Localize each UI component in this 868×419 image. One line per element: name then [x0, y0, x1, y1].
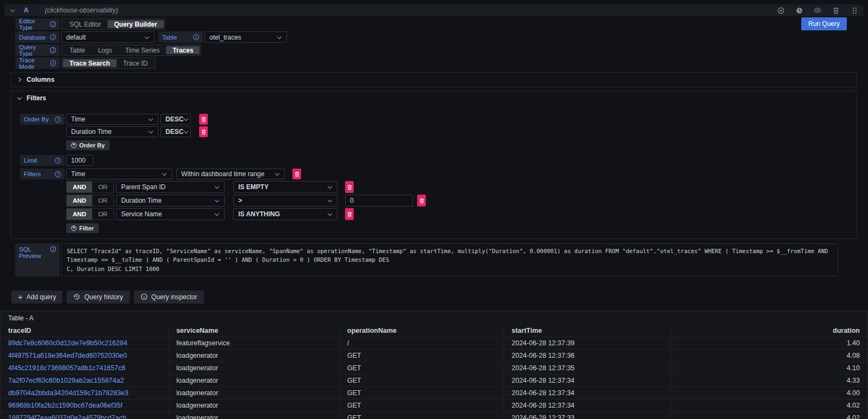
- query-type-traces[interactable]: Traces: [166, 46, 200, 54]
- chevron-down-icon: [17, 95, 22, 101]
- query-history-button[interactable]: Query history: [67, 291, 129, 304]
- and-or-toggle: AND OR: [66, 181, 114, 193]
- column-header-operationname[interactable]: operationName: [340, 325, 504, 337]
- add-query-button[interactable]: Add query: [11, 291, 62, 304]
- table-label: Table: [158, 31, 203, 43]
- column-header-servicename[interactable]: serviceName: [169, 325, 340, 337]
- chevron-down-icon[interactable]: [10, 8, 15, 13]
- service-name-cell: loadgenerator: [169, 399, 340, 411]
- chevron-down-icon: [327, 211, 333, 217]
- chevron-down-icon: [144, 35, 150, 40]
- info-icon[interactable]: [50, 246, 56, 252]
- eye-icon[interactable]: [814, 7, 821, 14]
- filter-operator-select[interactable]: Within dashboard time range: [176, 169, 285, 179]
- query-type-time-series[interactable]: Time Series: [119, 46, 167, 54]
- query-builder-option[interactable]: Query Builder: [107, 20, 163, 28]
- chevron-down-icon: [183, 117, 189, 122]
- delete-filter-button[interactable]: [345, 208, 354, 220]
- order-by-direction-select[interactable]: DESC: [161, 126, 191, 137]
- sql-editor-option[interactable]: SQL Editor: [63, 20, 107, 28]
- duration-cell: 4.02: [672, 412, 867, 419]
- info-icon[interactable]: [55, 158, 61, 164]
- limit-input[interactable]: [66, 155, 93, 166]
- filter-time-row: Filters Time Within dashboard time range: [20, 169, 850, 179]
- query-builder-form: Editor Type SQL Editor Query Builder Dat…: [4, 16, 864, 69]
- drag-handle-icon[interactable]: [851, 7, 858, 14]
- trace-id-link[interactable]: 89dc7e8c6060c0d12de7e9b50c216284: [1, 337, 169, 349]
- operation-name-cell: GET: [340, 350, 504, 362]
- trash-icon[interactable]: [832, 7, 840, 14]
- column-header-starttime[interactable]: startTime: [504, 325, 672, 337]
- query-inspector-button[interactable]: Query inspector: [134, 291, 204, 304]
- table-body: 89dc7e8c6060c0d12de7e9b50c216284 feature…: [1, 337, 867, 419]
- info-icon[interactable]: [55, 171, 61, 177]
- delete-order-by-button[interactable]: [199, 114, 208, 125]
- add-order-by-button[interactable]: Order By: [66, 140, 110, 150]
- start-time-cell: 2024-06-28 12:37:34: [504, 399, 672, 411]
- table-select[interactable]: otel_traces: [205, 31, 287, 43]
- info-icon[interactable]: [193, 34, 199, 40]
- filter-operator-select[interactable]: IS ANYTHING: [233, 208, 337, 220]
- delete-filter-button[interactable]: [417, 195, 426, 207]
- delete-order-by-button[interactable]: [199, 126, 208, 137]
- database-label: Database: [15, 31, 60, 43]
- info-icon[interactable]: [50, 21, 56, 27]
- and-option[interactable]: AND: [67, 195, 92, 206]
- trace-id-link[interactable]: db9704a2bbda34204d159c71b78283e3: [1, 387, 169, 399]
- trace-id-option[interactable]: Trace ID: [117, 59, 155, 67]
- filter-field-select[interactable]: Time: [66, 169, 172, 179]
- info-icon[interactable]: [50, 34, 56, 40]
- filter-operator-select[interactable]: >: [233, 195, 337, 207]
- info-icon[interactable]: [50, 47, 56, 53]
- record-icon[interactable]: [777, 7, 784, 14]
- filters-section-header[interactable]: Filters: [11, 91, 857, 105]
- service-name-cell: loadgenerator: [169, 375, 340, 386]
- filter-field-select[interactable]: Duration Time: [116, 195, 225, 207]
- filter-value-input[interactable]: [345, 195, 413, 207]
- column-header-duration[interactable]: duration: [672, 325, 867, 337]
- delete-filter-button[interactable]: [345, 181, 354, 193]
- database-select[interactable]: default: [61, 31, 155, 43]
- field-label: Database: [19, 34, 46, 41]
- chevron-down-icon: [277, 35, 282, 40]
- and-option[interactable]: AND: [67, 209, 92, 220]
- limit-label: Limit: [20, 155, 65, 166]
- or-option[interactable]: OR: [92, 209, 113, 220]
- filter-operator-select[interactable]: IS EMPTY: [233, 181, 337, 193]
- delete-filter-button[interactable]: [292, 169, 301, 179]
- select-value: >: [238, 197, 242, 204]
- filter-field-select[interactable]: Parent Span ID: [116, 181, 225, 193]
- info-icon[interactable]: [50, 60, 56, 66]
- field-label: Filters: [24, 171, 41, 177]
- select-value: Within dashboard time range: [181, 170, 264, 178]
- trace-id-link[interactable]: 7a2f07ecf63c60b1029ab2ac155874a2: [1, 375, 169, 386]
- order-by-direction-select[interactable]: DESC: [161, 114, 191, 125]
- query-type-table[interactable]: Table: [63, 46, 92, 54]
- filters-label: Filters: [20, 169, 65, 179]
- order-by-field-select[interactable]: Time: [66, 114, 158, 125]
- trace-id-link[interactable]: 4f45c21918c73698057a8b1c741657c6: [1, 362, 169, 374]
- query-row-header[interactable]: A (clickhouse-observability): [4, 4, 864, 16]
- info-icon[interactable]: [55, 117, 61, 123]
- query-type-logs[interactable]: Logs: [92, 46, 119, 54]
- columns-section-header[interactable]: Columns: [11, 73, 857, 87]
- or-option[interactable]: OR: [92, 195, 113, 206]
- add-filter-button[interactable]: Filter: [66, 223, 99, 233]
- filter-field-select[interactable]: Service Name: [116, 208, 225, 220]
- chevron-down-icon: [214, 198, 220, 203]
- panel-title: Table - A: [1, 311, 867, 325]
- trace-id-link[interactable]: 4f497571a618e364ed7ded60752030e0: [1, 350, 169, 362]
- trace-search-option[interactable]: Trace Search: [63, 59, 117, 67]
- sql-preview-text: SELECT "TraceId" as traceID, "ServiceNam…: [61, 243, 838, 276]
- trace-id-link[interactable]: 96968b10fa2b2c1590bc67dea06ef35f: [1, 399, 169, 411]
- history-icon[interactable]: [795, 7, 803, 14]
- trace-id-link[interactable]: 1887794f7eaa6037d0e2a4579bcd7acb: [1, 412, 169, 419]
- history-icon: [73, 293, 80, 300]
- and-option[interactable]: AND: [67, 182, 92, 192]
- table-row: 89dc7e8c6060c0d12de7e9b50c216284 feature…: [1, 337, 867, 350]
- or-option[interactable]: OR: [92, 182, 113, 192]
- duration-cell: 4.02: [672, 399, 867, 411]
- order-by-field-select[interactable]: Duration Time: [66, 126, 158, 137]
- filter-condition-row: AND OR Duration Time >: [66, 195, 850, 207]
- column-header-traceid[interactable]: traceID: [1, 325, 169, 337]
